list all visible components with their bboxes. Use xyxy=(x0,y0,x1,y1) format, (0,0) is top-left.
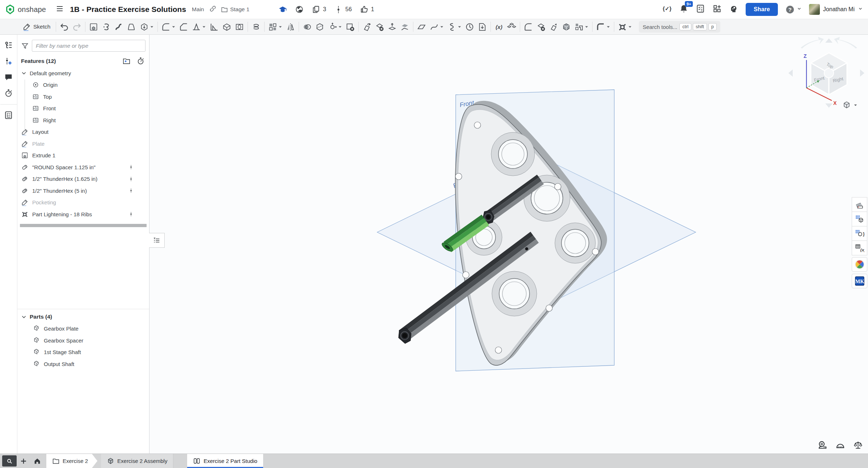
feature-item-origin[interactable]: Origin xyxy=(17,79,149,91)
graphics-viewport[interactable]: Front Right xyxy=(149,35,868,454)
tool-move-face-button[interactable] xyxy=(547,20,560,33)
tool-undo-button[interactable] xyxy=(58,20,71,33)
doc-tab-exercise-2-assembly[interactable]: Exercise 2 Assembly xyxy=(101,454,173,468)
help-menu[interactable]: ? xyxy=(785,5,802,14)
workspace-name[interactable]: Main xyxy=(192,6,204,13)
tool-delete-face-button[interactable] xyxy=(373,20,386,33)
part-item-1st-stage-shaft[interactable]: 1st Stage Shaft xyxy=(17,346,149,358)
tool-sheet-metal-button[interactable] xyxy=(594,20,612,33)
history-panel-button[interactable] xyxy=(2,86,16,100)
feature-list-panel-button[interactable] xyxy=(2,38,16,52)
app-color-wheel-button[interactable] xyxy=(852,257,867,272)
tool-extrude-button[interactable] xyxy=(87,20,100,33)
tool-move-boundary-button[interactable] xyxy=(361,20,373,33)
configuration-table-panel-button[interactable]: } xyxy=(852,226,867,241)
onshape-logo[interactable]: onshape xyxy=(5,4,46,14)
home-button[interactable] xyxy=(30,454,44,468)
sketch-button[interactable]: Sketch xyxy=(19,20,54,33)
main-menu-button[interactable] xyxy=(55,4,64,14)
share-button[interactable]: Share xyxy=(746,3,778,16)
featurescript-button[interactable]: {✓} xyxy=(662,4,672,15)
tool-mirror-button[interactable] xyxy=(284,20,297,33)
learning-center-button[interactable] xyxy=(729,4,738,15)
tool-import-derive-button[interactable] xyxy=(476,20,489,33)
tool-fillet-button[interactable] xyxy=(160,20,177,33)
public-globe[interactable] xyxy=(293,5,306,14)
part-item-gearbox-spacer[interactable]: Gearbox Spacer xyxy=(17,335,149,346)
feature-menu-dots-icon[interactable] xyxy=(128,187,134,194)
tool-redo-button[interactable] xyxy=(71,20,83,33)
tool-custom-features-button[interactable] xyxy=(616,20,634,33)
tool-pattern-face-button[interactable] xyxy=(573,20,590,33)
measure-tape-button[interactable] xyxy=(818,440,827,451)
rollback-bar[interactable] xyxy=(20,224,147,227)
likes-count[interactable]: 1 xyxy=(358,5,376,14)
tool-split-button[interactable] xyxy=(313,20,326,33)
view-options-menu[interactable] xyxy=(842,101,858,109)
tasks-button[interactable] xyxy=(696,4,705,15)
tool-helix-button[interactable] xyxy=(446,20,463,33)
feature-item-front[interactable]: Front xyxy=(17,103,149,115)
feature-item-1-2-thunderhex-5-in[interactable]: 1/2" ThunderHex (5 in) xyxy=(17,185,149,197)
user-menu[interactable]: Jonathan Mi xyxy=(809,4,863,15)
tool-extract-surface-button[interactable] xyxy=(386,20,399,33)
tool-draft-button[interactable] xyxy=(190,20,208,33)
notifications-button[interactable]: 9+ xyxy=(679,4,688,15)
configured-variables-panel-button[interactable]: (x) xyxy=(852,241,867,255)
feature-item-top[interactable]: Top xyxy=(17,91,149,103)
tool-boolean-button[interactable] xyxy=(301,20,313,33)
tool-modify-fillet-button[interactable] xyxy=(522,20,535,33)
tool-revolve-button[interactable] xyxy=(100,20,113,33)
tool-replace-face-button[interactable] xyxy=(560,20,573,33)
tool-shell-button[interactable] xyxy=(220,20,233,33)
doc-tab-exercise-2[interactable]: Exercise 2 xyxy=(46,454,97,468)
tab-manager-button[interactable] xyxy=(2,455,17,467)
tasks-panel-button[interactable] xyxy=(2,108,16,122)
versions-panel-button[interactable] xyxy=(2,54,16,68)
tool-linear-pattern-button[interactable] xyxy=(266,20,284,33)
feature-menu-dots-icon[interactable] xyxy=(128,210,134,218)
tool-delete-part-button[interactable] xyxy=(344,20,357,33)
tool-variable-button[interactable]: (x) xyxy=(493,20,505,33)
tool-thread-button[interactable] xyxy=(250,20,262,33)
feature-menu-dots-icon[interactable] xyxy=(128,175,134,183)
feature-item-pocketing[interactable]: Pocketing xyxy=(17,197,149,209)
tool-curve-button[interactable] xyxy=(428,20,446,33)
feature-item-extrude-1[interactable]: Extrude 1 xyxy=(17,150,149,162)
measure-angle-button[interactable] xyxy=(835,440,845,451)
tool-sweep-button[interactable] xyxy=(113,20,125,33)
feature-item-part-lightening-18-ribs[interactable]: Part Lightening - 18 Ribs xyxy=(17,208,149,220)
rollback-history-icon[interactable] xyxy=(136,57,145,65)
feature-item-plate[interactable]: Plate xyxy=(17,138,149,150)
parts-header[interactable]: Parts (4) xyxy=(17,311,149,323)
feature-item-1-2-thunderhex-1-625-in[interactable]: 1/2" ThunderHex (1.625 in) xyxy=(17,173,149,185)
tool-chamfer-button[interactable] xyxy=(177,20,190,33)
learning-cap[interactable] xyxy=(276,5,289,14)
tool-thicken-button[interactable] xyxy=(138,20,156,33)
panel-collapse-button[interactable] xyxy=(149,233,165,248)
apps-button[interactable] xyxy=(712,4,722,15)
app-mk-button[interactable]: MK xyxy=(852,274,867,288)
tool-plane-button[interactable] xyxy=(415,20,428,33)
tool-fill-surface-button[interactable] xyxy=(399,20,411,33)
feature-item-layout[interactable]: Layout xyxy=(17,126,149,138)
tool-project-curve-button[interactable] xyxy=(463,20,476,33)
new-tab-button[interactable] xyxy=(17,454,30,468)
part-item-gearbox-plate[interactable]: Gearbox Plate xyxy=(17,323,149,335)
new-folder-icon[interactable] xyxy=(122,57,131,65)
tool-display-states-button[interactable] xyxy=(505,20,518,33)
comments-panel-button[interactable] xyxy=(2,70,16,84)
tool-rib-button[interactable] xyxy=(208,20,220,33)
version-selector[interactable]: Stage 1 xyxy=(221,6,249,13)
mass-properties-button[interactable] xyxy=(853,440,863,451)
filter-input[interactable] xyxy=(32,40,146,52)
feature-item-right[interactable]: Right xyxy=(17,114,149,126)
followers-count[interactable]: 56 xyxy=(332,5,354,14)
link-icon[interactable] xyxy=(209,5,216,14)
doc-tab-exercise-2-part-studio[interactable]: Exercise 2 Part Studio xyxy=(187,454,263,468)
appearance-panel-button[interactable] xyxy=(852,197,867,212)
chevron-down-icon[interactable] xyxy=(21,70,27,76)
view-cube-body[interactable] xyxy=(811,53,847,95)
tool-delete-face-2-button[interactable] xyxy=(535,20,547,33)
bom-table-panel-button[interactable] xyxy=(852,212,867,226)
